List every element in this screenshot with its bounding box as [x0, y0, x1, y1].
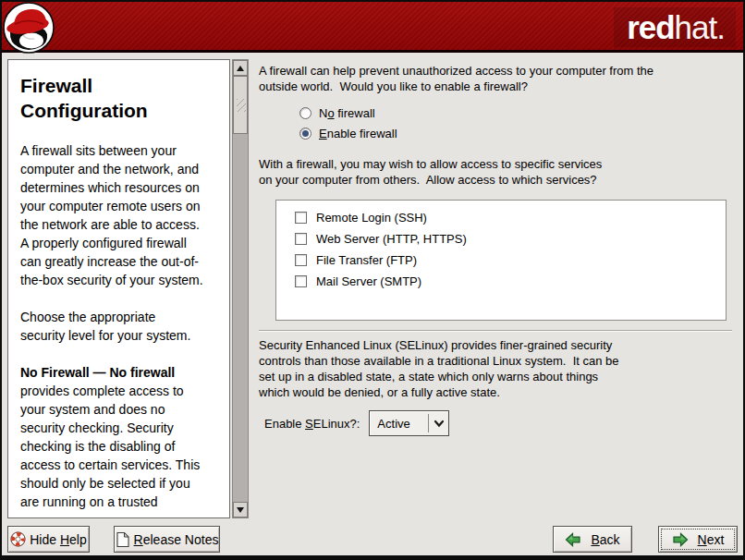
next-label: Next: [698, 532, 725, 547]
selinux-dropdown[interactable]: Active: [369, 410, 449, 436]
radio-no-firewall-label: No firewall: [319, 106, 375, 120]
redhat-shadowman-icon: [3, 2, 55, 55]
checkbox-icon[interactable]: [295, 254, 307, 266]
service-label: Mail Server (SMTP): [316, 274, 421, 288]
main-content: A firewall can help prevent unauthorized…: [259, 63, 734, 436]
back-label: Back: [591, 532, 619, 547]
help-paragraph-2: Choose the appropriate security level fo…: [20, 308, 220, 345]
scroll-thumb-grip-icon: [237, 99, 246, 112]
next-button[interactable]: Next: [658, 526, 738, 553]
help-panel-title: Firewall Configuration: [20, 73, 220, 123]
release-notes-label: Release Notes: [134, 532, 219, 547]
arrow-right-icon: [672, 532, 689, 547]
selinux-separator: [259, 330, 732, 332]
checkbox-icon[interactable]: [295, 212, 307, 224]
top-banner: redhat.: [2, 2, 743, 53]
firewall-radio-group: No firewall Enable firewall: [299, 103, 734, 143]
selinux-setting-row: Enable SELinux?: Active: [264, 410, 734, 436]
services-list-box: Remote Login (SSH) Web Server (HTTP, HTT…: [275, 200, 727, 321]
scroll-up-arrow-icon: [237, 66, 244, 71]
service-row-ftp[interactable]: File Transfer (FTP): [295, 250, 726, 271]
service-row-ssh[interactable]: Remote Login (SSH): [295, 207, 726, 228]
selinux-label: Enable SELinux?:: [264, 417, 360, 431]
radio-circle-icon[interactable]: [299, 128, 311, 140]
scroll-thumb[interactable]: [233, 76, 248, 134]
radio-enable-firewall-label: Enable firewall: [319, 127, 397, 140]
installer-window: redhat. Firewall Configuration A firewal…: [0, 0, 745, 560]
back-button[interactable]: Back: [553, 526, 632, 553]
checkbox-icon[interactable]: [295, 233, 307, 245]
wordmark-red: red: [627, 9, 674, 45]
selinux-description-text: Security Enhanced Linux (SELinux) provid…: [259, 337, 734, 400]
scroll-down-arrow-icon: [237, 507, 244, 513]
help-paragraph-1: A firewall sits between your computer an…: [20, 141, 220, 289]
service-row-web[interactable]: Web Server (HTTP, HTTPS): [295, 228, 726, 250]
service-row-smtp[interactable]: Mail Server (SMTP): [295, 271, 726, 292]
hide-help-button[interactable]: Hide Help: [7, 526, 90, 553]
scroll-down-button[interactable]: [233, 502, 248, 517]
help-panel: Firewall Configuration A firewall sits b…: [7, 59, 230, 518]
services-intro-text: With a firewall, you may wish to allow a…: [259, 156, 734, 188]
firewall-intro-text: A firewall can help prevent unauthorized…: [259, 63, 734, 94]
radio-enable-firewall[interactable]: Enable firewall: [299, 123, 734, 143]
arrow-left-icon: [565, 532, 581, 547]
life-ring-icon: [10, 531, 26, 547]
service-label: Web Server (HTTP, HTTPS): [316, 232, 467, 246]
scroll-up-button[interactable]: [233, 60, 248, 76]
help-paragraph-3-bold: No Firewall — No firewall: [20, 365, 175, 380]
checkbox-icon[interactable]: [295, 275, 307, 287]
service-label: File Transfer (FTP): [316, 253, 417, 267]
service-label: Remote Login (SSH): [316, 211, 427, 225]
radio-circle-icon[interactable]: [299, 107, 311, 119]
document-icon: [116, 531, 130, 548]
help-paragraph-3-rest: provides complete access to your system …: [20, 383, 200, 509]
help-scrollbar[interactable]: [232, 59, 249, 518]
wordmark-hat: hat.: [675, 9, 725, 45]
redhat-wordmark: redhat.: [614, 7, 736, 47]
chevron-down-icon[interactable]: [429, 411, 448, 435]
radio-no-firewall[interactable]: No firewall: [299, 103, 734, 123]
hide-help-label: Hide Help: [30, 532, 87, 547]
selinux-dropdown-value: Active: [370, 411, 428, 435]
release-notes-button[interactable]: Release Notes: [114, 526, 220, 553]
help-paragraph-3: No Firewall — No firewall provides compl…: [20, 363, 220, 511]
